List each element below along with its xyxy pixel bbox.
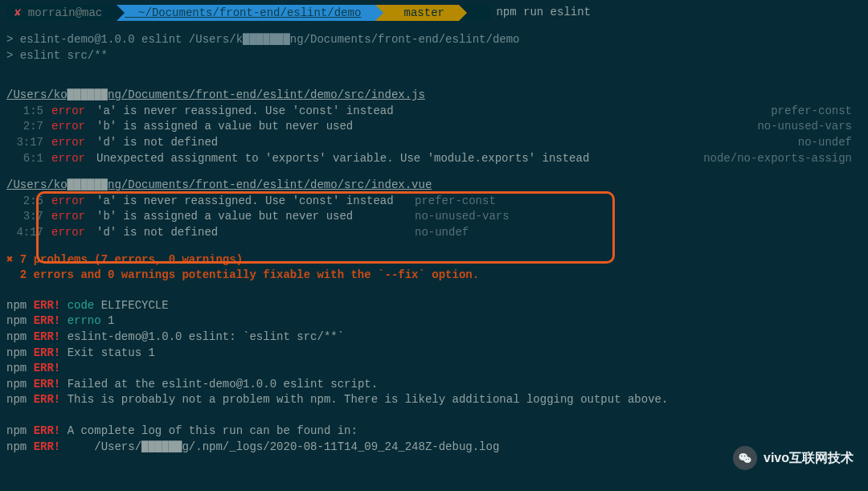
watermark-text: vivo互联网技术 <box>764 449 854 467</box>
error-rule: no-undef <box>798 135 862 151</box>
error-message: 'd' is not defined <box>92 225 405 241</box>
svg-point-4 <box>746 459 747 460</box>
lint-error-row: 1:5 error 'a' is never reassigned. Use '… <box>6 104 862 120</box>
prompt-end-segment <box>459 5 491 21</box>
error-message: 'd' is not defined <box>92 135 218 151</box>
prompt-host-segment: ✘ morrain@mac <box>6 5 117 21</box>
svg-point-3 <box>744 456 746 457</box>
file-path-2: /Users/ko██████ng/Documents/front-end/es… <box>6 178 862 194</box>
error-label: error <box>43 135 92 151</box>
file-block-2: /Users/ko██████ng/Documents/front-end/es… <box>6 178 862 240</box>
error-rule: prefer-const <box>771 104 862 120</box>
error-message: 'b' is assigned a value but never used <box>92 119 353 135</box>
npm-blank-line <box>6 408 862 424</box>
file-path-1: /Users/ko██████ng/Documents/front-end/es… <box>6 88 862 104</box>
lint-error-row: 2:7 error 'b' is assigned a value but ne… <box>6 119 862 135</box>
prompt-branch-segment: master <box>375 5 459 21</box>
error-message: 'a' is never reassigned. Use 'const' ins… <box>92 104 394 120</box>
shell-prompt: ✘ morrain@mac ~/Documents/front-end/esli… <box>6 5 862 21</box>
svg-point-5 <box>748 459 749 460</box>
npm-log-line: npm ERR! code ELIFECYCLE <box>6 298 862 314</box>
lint-error-row: 3:7 error 'b' is assigned a value but ne… <box>6 209 862 225</box>
lint-error-row: 4:17 error 'd' is not defined no-undef <box>6 225 862 241</box>
wechat-icon <box>733 446 757 470</box>
error-rule: no-unused-vars <box>757 119 862 135</box>
npm-log-line: npm ERR! Exit status 1 <box>6 346 862 362</box>
watermark: vivo互联网技术 <box>733 446 854 470</box>
error-label: error <box>43 104 92 120</box>
lint-error-row: 6:1 error Unexpected assignment to 'expo… <box>6 151 862 167</box>
lint-error-row: 2:5 error 'a' is never reassigned. Use '… <box>6 194 862 210</box>
echo-line-2: > eslint src/** <box>6 48 862 64</box>
prompt-user: morrain@mac <box>28 6 102 19</box>
branch-icon <box>397 6 403 19</box>
lint-error-row: 3:17 error 'd' is not defined no-undef <box>6 135 862 151</box>
error-message: 'b' is assigned a value but never used <box>92 209 405 225</box>
error-rule: no-unused-vars <box>415 209 510 225</box>
error-location: 2:7 <box>6 119 43 135</box>
error-rule: no-undef <box>415 225 469 241</box>
error-label: error <box>43 119 92 135</box>
error-rule: prefer-const <box>415 194 496 210</box>
npm-log-line: npm ERR! <box>6 361 862 377</box>
echo-line-1: > eslint-demo@1.0.0 eslint /Users/k█████… <box>6 32 862 48</box>
x-icon: ✘ <box>14 6 21 19</box>
error-label: error <box>43 209 92 225</box>
prompt-path-text: ~/Documents/front-end/eslint/demo <box>138 6 361 19</box>
svg-point-1 <box>743 457 751 464</box>
error-message: 'a' is never reassigned. Use 'const' ins… <box>92 194 405 210</box>
npm-log-line: npm ERR! Failed at the eslint-demo@1.0.0… <box>6 377 862 393</box>
error-location: 6:1 <box>6 151 43 167</box>
svg-point-2 <box>741 456 743 457</box>
npm-log-line: npm ERR! A complete log of this run can … <box>6 423 862 440</box>
npm-log-line: npm ERR! eslint-demo@1.0.0 eslint: `esli… <box>6 329 862 346</box>
error-location: 2:5 <box>6 194 43 210</box>
error-location: 3:7 <box>6 209 43 225</box>
error-label: error <box>43 151 92 167</box>
error-label: error <box>43 194 92 210</box>
summary-fixable: 2 errors and 0 warnings potentially fixa… <box>6 268 862 284</box>
prompt-branch-name: master <box>404 6 444 19</box>
error-location: 1:5 <box>6 104 43 120</box>
error-rule: node/no-exports-assign <box>703 151 862 167</box>
summary-problems: ✖ 7 problems (7 errors, 0 warnings) <box>6 252 862 268</box>
prompt-command[interactable]: npm run eslint <box>491 5 591 21</box>
npm-log-line: npm ERR! errno 1 <box>6 313 862 329</box>
error-location: 4:17 <box>6 225 43 241</box>
error-label: error <box>43 225 92 241</box>
error-message: Unexpected assignment to 'exports' varia… <box>92 151 589 167</box>
error-location: 3:17 <box>6 135 43 151</box>
npm-log-line: npm ERR! This is probably not a problem … <box>6 392 862 408</box>
prompt-path-segment: ~/Documents/front-end/eslint/demo <box>117 5 375 21</box>
